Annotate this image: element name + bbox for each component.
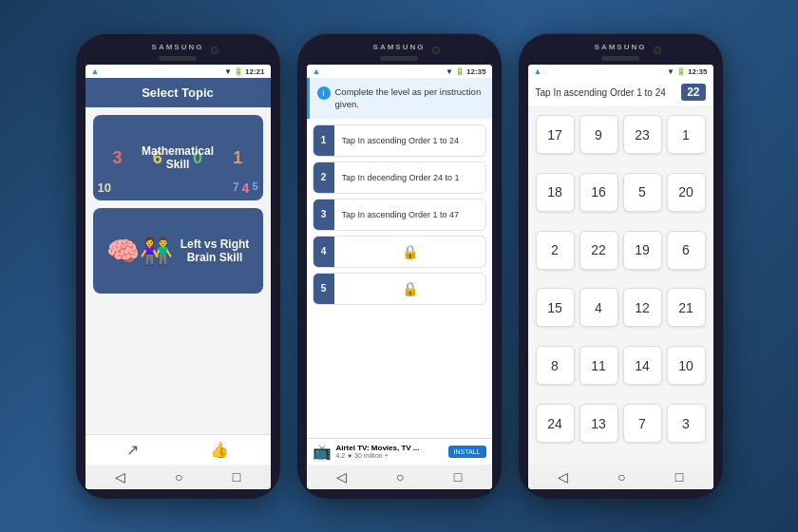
- math-number-10: 10: [98, 179, 111, 196]
- topic-card-math[interactable]: 3 6 0 1 MathematicalSkill 7 4 5 10: [93, 115, 263, 200]
- info-text: Complete the level as per instruction gi…: [335, 86, 484, 111]
- game-title: Tap In ascending Order 1 to 24: [536, 87, 666, 98]
- phone1-title: Select Topic: [142, 86, 214, 100]
- num-cell-20[interactable]: 20: [667, 173, 706, 212]
- phone-1: SAMSUNG ▲ ▼ 🔋 12:21 Select Topic 3 6: [76, 33, 280, 499]
- phone-3: SAMSUNG ▲ ▼ 🔋 12:35 Tap In ascending Ord…: [519, 33, 723, 499]
- num-cell-15[interactable]: 15: [536, 288, 575, 327]
- level-num-4: 4: [314, 237, 334, 267]
- math-skill-label: MathematicalSkill: [142, 144, 214, 171]
- brain-skill-label: Left vs RightBrain Skill: [180, 238, 250, 264]
- phone2-brand: SAMSUNG: [307, 43, 492, 51]
- num-cell-14[interactable]: 14: [623, 346, 662, 385]
- num-cell-23[interactable]: 23: [623, 115, 662, 154]
- phone1-battery: 🔋: [234, 67, 243, 76]
- recent-button-3[interactable]: □: [675, 469, 683, 484]
- phone2-speaker: [380, 56, 418, 61]
- phone2-time: 12:35: [466, 67, 485, 76]
- num-cell-16[interactable]: 16: [580, 173, 618, 212]
- phone3-battery: 🔋: [676, 67, 686, 76]
- ad-app-icon: 📺: [313, 443, 332, 461]
- num-cell-13[interactable]: 13: [580, 404, 618, 443]
- num-cell-3[interactable]: 3: [667, 404, 706, 443]
- phone2-nav-icon: ▲: [313, 66, 321, 76]
- phone3-camera: [654, 47, 661, 54]
- back-button-2[interactable]: ◁: [336, 469, 347, 484]
- num-cell-7[interactable]: 7: [623, 404, 662, 443]
- level-num-5: 5: [314, 274, 334, 304]
- num-cell-12[interactable]: 12: [623, 288, 662, 327]
- phone1-nav-bar: ◁ ○ □: [86, 465, 271, 489]
- num-cell-17[interactable]: 17: [536, 115, 575, 154]
- phone1-signal: ▼: [224, 67, 232, 76]
- lock-icon-5: 🔒: [334, 281, 485, 296]
- phone1-header: Select Topic: [86, 78, 271, 107]
- phone3-nav-bar: ◁ ○ □: [528, 465, 713, 489]
- num-cell-4[interactable]: 4: [580, 288, 618, 327]
- phone3-nav-icon: ▲: [534, 66, 542, 76]
- ad-title: Airtel TV: Movies, TV ...: [336, 444, 444, 452]
- num-cell-18[interactable]: 18: [536, 173, 575, 212]
- phone2-screen: ▲ ▼ 🔋 12:35 i Complete the level as per …: [307, 65, 492, 489]
- phone1-footer: ↗ 👍: [86, 434, 271, 465]
- share-icon[interactable]: ↗: [126, 441, 139, 459]
- level-item-3[interactable]: 3 Tap In ascending Order 1 to 47: [313, 199, 486, 231]
- recent-button[interactable]: □: [233, 469, 240, 484]
- level-text-2: Tap In decending Order 24 to 1: [334, 169, 485, 186]
- phone2-battery: 🔋: [455, 67, 465, 76]
- phone3-screen: ▲ ▼ 🔋 12:35 Tap In ascending Order 1 to …: [528, 65, 713, 489]
- num-cell-6[interactable]: 6: [667, 231, 706, 270]
- ad-text: Airtel TV: Movies, TV ... 4.2 ★ 30 milli…: [336, 444, 444, 460]
- phone-2: SAMSUNG ▲ ▼ 🔋 12:35 i Complete the level…: [297, 33, 502, 499]
- back-button[interactable]: ◁: [115, 469, 125, 484]
- num-cell-21[interactable]: 21: [667, 288, 706, 327]
- ad-subtitle: 4.2 ★ 30 million +: [336, 452, 444, 460]
- phone1-brand: SAMSUNG: [86, 43, 271, 51]
- level-list: 1 Tap In ascending Order 1 to 24 2 Tap I…: [307, 119, 492, 438]
- like-icon[interactable]: 👍: [210, 441, 229, 459]
- phone2-status-right: ▼ 🔋 12:35: [446, 67, 485, 76]
- level-item-2[interactable]: 2 Tap In decending Order 24 to 1: [313, 162, 486, 194]
- home-button-3[interactable]: ○: [618, 469, 625, 484]
- num-cell-19[interactable]: 19: [623, 231, 662, 270]
- level-text-1: Tap In ascending Order 1 to 24: [334, 132, 485, 149]
- phone2-signal: ▼: [446, 67, 453, 76]
- math-numbers-right: 7 4 5: [233, 180, 258, 196]
- num-cell-24[interactable]: 24: [536, 404, 575, 443]
- phone3-status-left: ▲: [534, 66, 542, 76]
- num-cell-5[interactable]: 5: [623, 173, 662, 212]
- home-button-2[interactable]: ○: [396, 469, 404, 484]
- lock-icon-4: 🔒: [334, 244, 485, 259]
- phone1-status-left: ▲: [91, 66, 100, 76]
- phone3-time: 12:35: [688, 67, 707, 76]
- phone1-camera: [211, 47, 218, 54]
- level-text-3: Tap In ascending Order 1 to 47: [334, 206, 485, 223]
- phone1-content: 3 6 0 1 MathematicalSkill 7 4 5 10 🧠: [86, 107, 271, 434]
- level-num-3: 3: [314, 200, 334, 230]
- phone2-status-left: ▲: [313, 66, 321, 76]
- phone1-status-right: ▼ 🔋 12:21: [224, 67, 264, 76]
- info-banner: i Complete the level as per instruction …: [307, 78, 492, 119]
- level-item-4: 4 🔒: [313, 236, 486, 268]
- num-cell-10[interactable]: 10: [667, 346, 706, 385]
- phone1-speaker: [159, 56, 197, 61]
- ad-banner: 📺 Airtel TV: Movies, TV ... 4.2 ★ 30 mil…: [307, 438, 492, 465]
- num-cell-22[interactable]: 22: [580, 231, 618, 270]
- phone2-nav-bar: ◁ ○ □: [307, 465, 492, 489]
- level-num-2: 2: [314, 162, 334, 193]
- level-item-1[interactable]: 1 Tap In ascending Order 1 to 24: [313, 124, 486, 157]
- phone2-camera: [432, 47, 440, 54]
- num-cell-9[interactable]: 9: [580, 115, 618, 154]
- topic-card-brain[interactable]: 🧠👫 Left vs RightBrain Skill: [93, 208, 263, 294]
- num-cell-2[interactable]: 2: [536, 231, 575, 270]
- install-button[interactable]: INSTALL: [448, 446, 486, 458]
- num-cell-8[interactable]: 8: [536, 346, 575, 385]
- level-item-5: 5 🔒: [313, 273, 486, 305]
- info-icon: i: [317, 86, 331, 100]
- recent-button-2[interactable]: □: [454, 469, 462, 484]
- back-button-3[interactable]: ◁: [558, 469, 568, 484]
- num-cell-11[interactable]: 11: [580, 346, 618, 385]
- brain-card-content: 🧠👫 Left vs RightBrain Skill: [106, 236, 250, 267]
- home-button[interactable]: ○: [175, 469, 182, 484]
- num-cell-1[interactable]: 1: [667, 115, 706, 154]
